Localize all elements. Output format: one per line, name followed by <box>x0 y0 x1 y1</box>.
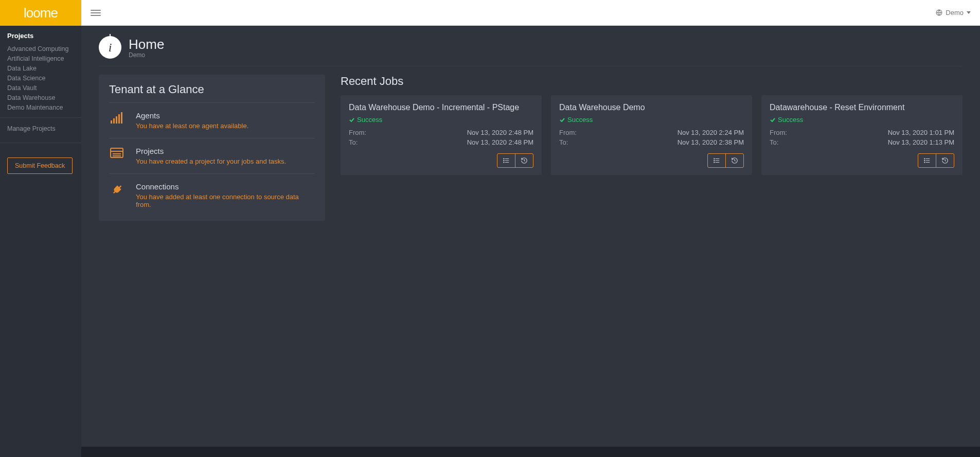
glance-desc: You have at least one agent available. <box>136 122 248 130</box>
info-icon: i <box>99 36 121 59</box>
svg-line-25 <box>735 161 736 161</box>
job-from-value: Nov 13, 2020 1:01 PM <box>888 129 954 136</box>
job-name: Datawarehouse - Reset Environment <box>770 102 954 113</box>
tenant-glance-panel: Tenant at a Glance Agents You have at le… <box>99 75 325 221</box>
svg-point-22 <box>714 160 715 161</box>
svg-rect-5 <box>121 112 122 124</box>
brand-logo[interactable]: loome <box>0 0 81 26</box>
job-status-text: Success <box>567 116 593 124</box>
sidebar-divider <box>0 143 81 143</box>
to-label: To: <box>349 138 358 146</box>
job-to-row: To: Nov 13, 2020 1:13 PM <box>770 138 954 146</box>
job-to-value: Nov 13, 2020 1:13 PM <box>888 138 954 146</box>
user-menu-label: Demo <box>946 9 964 16</box>
footer-strip <box>81 447 980 457</box>
recent-jobs-title: Recent Jobs <box>341 75 963 88</box>
job-actions <box>918 153 954 168</box>
list-icon <box>713 157 720 164</box>
menu-toggle-icon[interactable] <box>91 10 101 16</box>
svg-line-33 <box>945 161 946 161</box>
sidebar-project-list: Advanced Computing Artificial Intelligen… <box>7 44 74 112</box>
job-to-value: Nov 13, 2020 2:48 PM <box>467 138 533 146</box>
job-rerun-button[interactable] <box>726 154 743 167</box>
history-icon <box>521 157 528 164</box>
page-title: Home <box>129 37 164 52</box>
glance-row-connections: Connections You have added at least one … <box>109 174 315 210</box>
job-details-button[interactable] <box>918 154 936 167</box>
from-label: From: <box>349 129 366 136</box>
glance-label: Connections <box>136 182 315 191</box>
brand-text: loome <box>24 5 58 21</box>
list-icon <box>503 157 510 164</box>
job-from-row: From: Nov 13, 2020 1:01 PM <box>770 129 954 136</box>
svg-point-14 <box>504 160 504 161</box>
page-subtitle: Demo <box>129 51 164 59</box>
job-actions <box>497 153 533 168</box>
submit-feedback-button[interactable]: Submit Feedback <box>7 157 73 174</box>
job-status: Success <box>559 116 744 124</box>
svg-rect-2 <box>113 118 115 124</box>
job-status: Success <box>349 116 533 124</box>
job-status-text: Success <box>778 116 803 124</box>
sidebar: loome Projects Advanced Computing Artifi… <box>0 0 81 457</box>
svg-rect-1 <box>111 120 112 124</box>
svg-point-23 <box>714 162 715 163</box>
sidebar-item-data-science[interactable]: Data Science <box>7 73 74 83</box>
topbar: Demo <box>81 0 980 26</box>
job-details-button[interactable] <box>708 154 726 167</box>
sidebar-item-data-lake[interactable]: Data Lake <box>7 63 74 73</box>
job-status-text: Success <box>357 116 382 124</box>
job-to-row: To: Nov 13, 2020 2:48 PM <box>349 138 533 146</box>
user-menu[interactable]: Demo <box>936 9 971 16</box>
svg-rect-4 <box>118 114 120 124</box>
sidebar-item-data-vault[interactable]: Data Vault <box>7 83 74 93</box>
svg-point-30 <box>924 160 925 161</box>
recent-jobs-section: Recent Jobs Data Warehouse Demo - Increm… <box>341 75 963 175</box>
job-card: Data Warehouse Demo - Incremental - PSta… <box>341 95 542 175</box>
list-icon <box>109 147 124 158</box>
job-actions <box>707 153 744 168</box>
check-icon <box>559 117 565 123</box>
svg-rect-3 <box>116 116 117 124</box>
svg-point-29 <box>924 159 925 159</box>
svg-point-15 <box>504 162 504 163</box>
sidebar-divider <box>0 117 81 118</box>
job-details-button[interactable] <box>497 154 515 167</box>
job-card: Datawarehouse - Reset Environment Succes… <box>761 95 963 175</box>
glance-label: Projects <box>136 147 286 155</box>
job-from-value: Nov 13, 2020 2:48 PM <box>467 129 533 136</box>
glance-desc: You have created a project for your jobs… <box>136 157 286 165</box>
history-icon <box>941 157 949 164</box>
glance-label: Agents <box>136 111 248 120</box>
to-label: To: <box>559 138 568 146</box>
job-to-value: Nov 13, 2020 2:38 PM <box>678 138 744 146</box>
check-icon <box>349 117 355 123</box>
sidebar-item-artificial-intelligence[interactable]: Artificial Intelligence <box>7 54 74 63</box>
job-rerun-button[interactable] <box>515 154 533 167</box>
glance-row-projects: Projects You have created a project for … <box>109 138 315 174</box>
svg-point-13 <box>504 159 504 159</box>
sidebar-heading-projects: Projects <box>7 32 74 40</box>
job-from-row: From: Nov 13, 2020 2:48 PM <box>349 129 533 136</box>
svg-line-17 <box>524 161 525 161</box>
svg-point-21 <box>714 159 715 159</box>
manage-projects-link[interactable]: Manage Projects <box>7 123 74 137</box>
main-content: i Home Demo Tenant at a Glance Agents <box>81 26 980 447</box>
sidebar-item-demo-maintenance[interactable]: Demo Maintenance <box>7 102 74 112</box>
svg-point-31 <box>924 162 925 163</box>
glance-row-agents: Agents You have at least one agent avail… <box>109 103 315 138</box>
page-header: i Home Demo <box>99 36 963 66</box>
globe-icon <box>936 9 942 16</box>
job-name: Data Warehouse Demo <box>559 102 744 113</box>
from-label: From: <box>770 129 787 136</box>
list-icon <box>923 157 931 164</box>
sidebar-item-advanced-computing[interactable]: Advanced Computing <box>7 44 74 54</box>
sidebar-item-data-warehouse[interactable]: Data Warehouse <box>7 93 74 102</box>
job-rerun-button[interactable] <box>936 154 954 167</box>
plug-icon <box>109 182 124 197</box>
glance-title: Tenant at a Glance <box>109 83 315 103</box>
job-card: Data Warehouse Demo Success From: Nov 13… <box>551 95 752 175</box>
history-icon <box>731 157 738 164</box>
from-label: From: <box>559 129 577 136</box>
signal-icon <box>109 111 124 124</box>
